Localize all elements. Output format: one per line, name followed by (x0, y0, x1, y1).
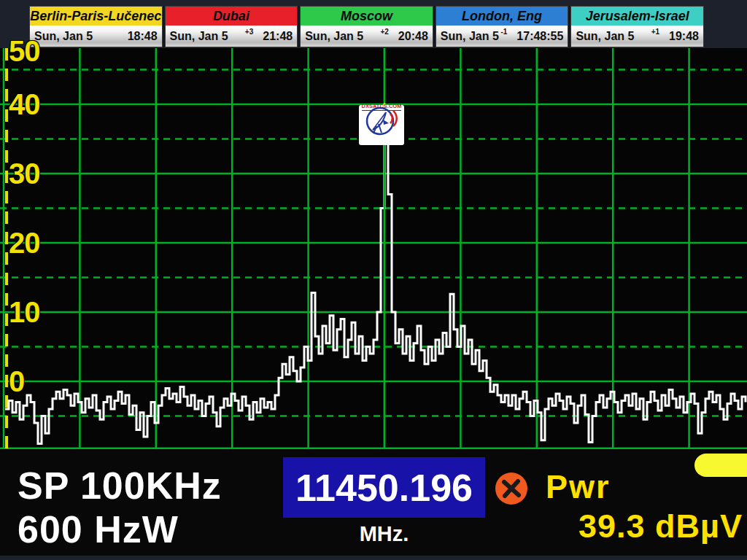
clock-time: 17:48:55 (516, 30, 563, 43)
clock-date: Sun, Jan 5 (34, 30, 93, 43)
world-clock-bar: Berlin-Paris-Lučenec Sun, Jan 5 18:48 Du… (29, 6, 704, 47)
readout-panel: SP 100KHz 600 HzW 11450.196 MHz. Pwr 39.… (0, 449, 747, 556)
clock-time: 20:48 (398, 30, 428, 43)
clock-date: Sun, Jan 5 (305, 30, 363, 43)
clock-panel-jerusalem: Jerusalem-Israel Sun, Jan 5 +1 19:48 (570, 6, 704, 47)
clock-time: 21:48 (263, 30, 293, 43)
clock-city-label: Dubai (166, 7, 298, 26)
clock-utc-offset: -1 (500, 28, 507, 36)
spectrum-analyzer-screen: Berlin-Paris-Lučenec Sun, Jan 5 18:48 Du… (0, 0, 747, 560)
clock-date: Sun, Jan 5 (576, 30, 634, 43)
side-tab-button[interactable] (694, 454, 747, 477)
clock-city-label: Berlin-Paris-Lučenec (30, 7, 162, 26)
clock-utc-offset: +3 (245, 28, 253, 36)
clock-panel-dubai: Dubai Sun, Jan 5 +3 21:48 (165, 6, 298, 47)
clock-time: 19:48 (669, 30, 699, 43)
clock-panel-berlin: Berlin-Paris-Lučenec Sun, Jan 5 18:48 (29, 6, 163, 47)
y-axis-label: 0 (9, 367, 24, 396)
clock-time: 18:48 (128, 30, 158, 43)
y-axis-label: 10 (9, 298, 40, 327)
frequency-unit: MHz. (283, 522, 485, 546)
clock-panel-moscow: Moscow Sun, Jan 5 +2 20:48 (300, 6, 433, 47)
clock-city-label: Jerusalem-Israel (571, 7, 703, 26)
power-label: Pwr (546, 468, 611, 506)
spectrum-plot: 50403020100 DXSATCS.COM (0, 48, 747, 449)
dxsatcs-logo: DXSATCS.COM (359, 105, 404, 145)
y-axis-label: 30 (9, 159, 40, 188)
span-setting: SP 100KHz (18, 464, 222, 508)
y-axis-label: 50 (9, 36, 40, 66)
frequency-value: 11450.196 (295, 466, 473, 510)
frequency-display: 11450.196 (283, 457, 485, 518)
bandwidth-setting: 600 HzW (18, 508, 179, 551)
y-axis-label: 40 (9, 90, 40, 119)
power-value: 39.3 dBµV (511, 508, 743, 545)
y-axis-label: 20 (9, 228, 40, 257)
satellite-dish-icon (359, 105, 403, 137)
clock-utc-offset: +2 (380, 28, 388, 36)
clock-panel-london: London, Eng Sun, Jan 5 -1 17:48:55 (436, 6, 569, 47)
clock-date: Sun, Jan 5 (441, 30, 499, 43)
clock-city-label: London, Eng (436, 7, 568, 26)
close-icon[interactable] (495, 472, 528, 505)
clock-utc-offset: +1 (651, 28, 659, 36)
clock-city-label: Moscow (301, 7, 433, 26)
clock-date: Sun, Jan 5 (170, 30, 228, 43)
